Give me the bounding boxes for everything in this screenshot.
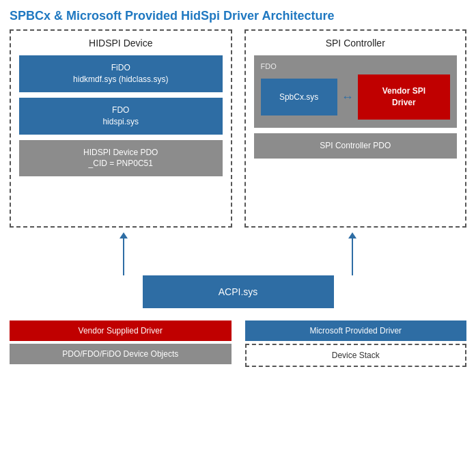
spi-controller-box: SPI Controller FDO SpbCx.sys ↔ Vendor SP… [244,29,467,228]
hidspi-device-title: HIDSPI Device [19,38,223,49]
hidspi-pdo-block: HIDSPI Device PDO _CID = PNP0C51 [19,140,223,177]
fdo-gray-container: FDO SpbCx.sys ↔ Vendor SPI Driver [254,55,458,128]
arrows-section [10,228,466,275]
legend-left: Vendor Supplied Driver PDO/FDO/FiDO Devi… [10,320,232,367]
fido-block: FiDO hidkmdf.sys (hidclass.sys) [19,55,223,92]
double-arrow-icon: ↔ [341,91,354,103]
legend-microsoft-provided: Microsoft Provided Driver [245,320,467,341]
fdo-inner: SpbCx.sys ↔ Vendor SPI Driver [261,74,451,120]
legend-pdo-fdo: PDO/FDO/FiDO Device Objects [10,344,232,364]
page-title: SPBCx & Microsoft Provided HidSpi Driver… [0,0,476,29]
legend-right: Microsoft Provided Driver Device Stack [245,320,467,367]
main-diagram: HIDSPI Device FiDO hidkmdf.sys (hidclass… [0,29,476,308]
legend-device-stack: Device Stack [245,344,467,367]
hidspi-device-box: HIDSPI Device FiDO hidkmdf.sys (hidclass… [10,29,232,228]
arrow-up-line-left [123,238,124,275]
acpi-block: ACPI.sys [143,275,334,308]
fdo-label: FDO [261,62,451,70]
fdo-hidspi-block: FDO hidspi.sys [19,98,223,135]
arrow-up-line-right [352,238,353,275]
acpi-section: ACPI.sys [10,275,466,308]
legend-vendor-supplied: Vendor Supplied Driver [10,320,232,341]
top-section: HIDSPI Device FiDO hidkmdf.sys (hidclass… [10,29,466,228]
vendor-spi-block: Vendor SPI Driver [358,74,450,120]
spbcx-block: SpbCx.sys [261,79,337,115]
arrow-left [10,228,238,275]
arrow-right [238,228,467,275]
spi-controller-title: SPI Controller [254,38,458,49]
spi-controller-pdo-block: SPI Controller PDO [254,133,458,159]
legend-section: Vendor Supplied Driver PDO/FDO/FiDO Devi… [0,320,476,367]
